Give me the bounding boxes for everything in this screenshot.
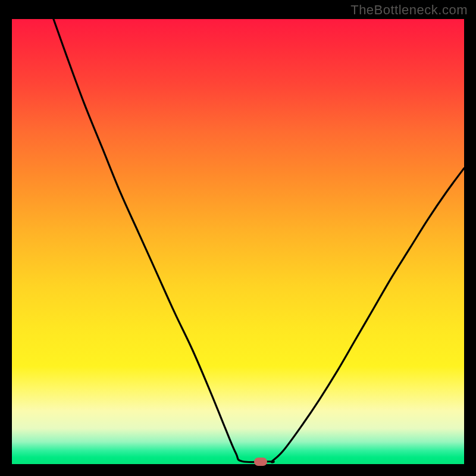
watermark-text: TheBottleneck.com bbox=[350, 2, 468, 18]
bottleneck-curve bbox=[12, 19, 464, 464]
curve-path bbox=[54, 19, 464, 462]
chart-container: TheBottleneck.com bbox=[0, 0, 476, 476]
plot-area bbox=[12, 19, 464, 464]
minimum-marker bbox=[254, 458, 267, 466]
